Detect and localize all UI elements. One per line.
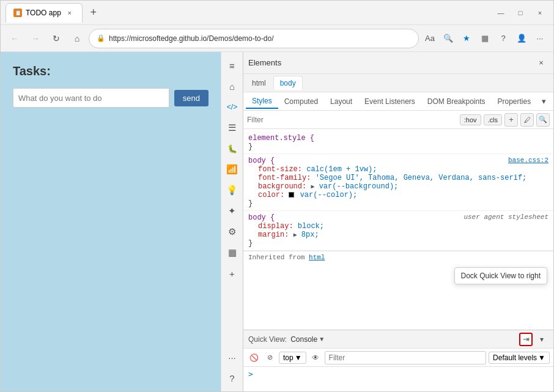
nav-right-buttons: Aa 🔍 ★ ▦ ? 👤 ··· — [421, 30, 548, 47]
inherited-html-link[interactable]: html — [309, 254, 325, 261]
app-title: Tasks: — [13, 64, 209, 78]
css-rule-body-base-close: } — [248, 199, 253, 208]
sidebar-bottom: ··· ? — [224, 349, 241, 386]
panel-tab-computed[interactable]: Computed — [278, 95, 324, 108]
quick-view-name: Console — [290, 335, 317, 344]
sidebar-icon-home[interactable]: ⌂ — [224, 78, 241, 95]
filter-input[interactable] — [247, 116, 457, 124]
tab-favicon: 📋 — [13, 9, 22, 17]
margin-arrow[interactable]: ▶ — [294, 232, 297, 239]
sidebar-icon-more[interactable]: ··· — [224, 349, 241, 366]
console-prompt[interactable]: > — [248, 369, 253, 379]
console-clear-button[interactable]: 🚫 — [247, 351, 260, 364]
inspect-button[interactable]: 🔍 — [536, 113, 550, 127]
quick-view-header: Quick View: Console ▼ ⇥ ▾ — [243, 330, 553, 349]
title-bar: 📋 TODO app × + — □ × — [1, 1, 553, 25]
sidebar-icon-settings[interactable]: ⚙ — [224, 223, 241, 240]
panel-tab-event-listeners[interactable]: Event Listeners — [358, 95, 421, 108]
devtools-title: Elements — [248, 58, 534, 67]
color-swatch[interactable] — [289, 192, 294, 198]
address-bar[interactable]: 🔒 https://microsoftedge.github.io/Demos/… — [89, 29, 419, 48]
close-window-button[interactable]: × — [531, 4, 548, 21]
console-levels-label: Default levels — [493, 353, 537, 362]
lock-icon: 🔒 — [97, 34, 105, 42]
console-eye-button[interactable]: 👁 — [309, 351, 322, 364]
dock-right-button[interactable]: ⇥ — [519, 333, 533, 346]
favorites-button[interactable]: ★ — [458, 30, 475, 47]
top-context-arrow: ▼ — [295, 353, 302, 362]
task-input[interactable] — [13, 88, 169, 108]
profile-button[interactable]: 👤 — [513, 30, 530, 47]
panel-tab-properties[interactable]: Properties — [492, 95, 537, 108]
devtools-header: Elements × — [243, 52, 553, 74]
app-area: Tasks: send — [1, 52, 221, 391]
task-input-row: send — [13, 88, 209, 108]
home-button[interactable]: ⌂ — [68, 29, 86, 48]
back-button[interactable]: ← — [6, 29, 24, 48]
sidebar-icon-star[interactable]: ✦ — [224, 202, 241, 220]
css-rule-element-style: element.style { } — [243, 131, 553, 154]
css-selector-element-style: element.style { — [248, 134, 314, 142]
tab-close-button[interactable]: × — [65, 8, 75, 18]
content-area: Tasks: send ≡ ⌂ </> ☰ 🐛 📶 💡 ✦ ⚙ ▦ + ··· … — [1, 52, 553, 391]
css-rule-body-ua-close: } — [248, 239, 253, 248]
maximize-button[interactable]: □ — [512, 4, 529, 21]
sidebar-icon-help[interactable]: ? — [224, 369, 241, 386]
css-source-base[interactable]: base.css:2 — [508, 157, 548, 165]
forward-button[interactable]: → — [26, 29, 45, 48]
hov-button[interactable]: :hov — [460, 114, 481, 125]
top-context-selector[interactable]: top ▼ — [279, 352, 306, 364]
sidebar-icon-lightbulb[interactable]: 💡 — [224, 182, 241, 199]
more-button[interactable]: ··· — [531, 30, 548, 47]
devtools-panel: Elements × html body Styles Computed Lay… — [243, 52, 553, 391]
css-prop-display: display: block; — [258, 222, 548, 231]
top-context-label: top — [283, 353, 294, 362]
sidebar-icon-list[interactable]: ☰ — [224, 119, 241, 136]
background-arrow[interactable]: ▶ — [311, 183, 314, 190]
cls-button[interactable]: .cls — [484, 114, 503, 125]
quick-view-selector[interactable]: Console ▼ — [290, 335, 325, 344]
sidebar-icon-wireless[interactable]: 📶 — [224, 161, 241, 178]
css-prop-font-size: font-size: calc(1em + 1vw); — [258, 165, 548, 174]
inherited-label: Inherited from html — [243, 251, 553, 264]
read-aloud-button[interactable]: Aa — [421, 30, 438, 47]
sidebar-icon-devtools[interactable]: </> — [224, 98, 241, 116]
css-prop-background: background: ▶ var(--background); — [258, 182, 548, 191]
css-rule-body-base: body { base.css:2 font-size: calc(1em + … — [243, 154, 553, 211]
refresh-button[interactable]: ↻ — [47, 29, 65, 48]
console-filter-input[interactable] — [325, 351, 486, 364]
css-prop-font-family: font-family: 'Segoe UI', Tahoma, Geneva,… — [258, 174, 548, 182]
quick-view-more-button[interactable]: ▾ — [535, 333, 548, 346]
new-style-rule-button[interactable]: 🖊 — [520, 113, 534, 127]
minimize-button[interactable]: — — [492, 4, 509, 21]
panel-tabs: Styles Computed Layout Event Listeners D… — [243, 92, 553, 111]
quick-view-arrow: ▼ — [319, 336, 325, 342]
dock-tooltip: Dock Quick View to right — [454, 267, 548, 284]
css-prop-color: color: var(--color); — [258, 191, 548, 199]
dom-tab-html[interactable]: html — [246, 76, 272, 90]
css-rules: element.style { } body { base.css:2 font… — [243, 129, 553, 330]
dom-tab-body[interactable]: body — [273, 76, 303, 90]
add-style-button[interactable]: + — [504, 113, 518, 127]
collections-button[interactable]: ▦ — [476, 30, 493, 47]
browser-tab[interactable]: 📋 TODO app × — [6, 3, 83, 23]
feedback-button[interactable]: ? — [495, 30, 512, 47]
sidebar-icon-debug[interactable]: 🐛 — [224, 140, 241, 157]
console-filter-btn[interactable]: ⊘ — [263, 351, 276, 364]
new-tab-button[interactable]: + — [85, 4, 102, 21]
sidebar-icon-grid[interactable]: ▦ — [224, 244, 241, 261]
search-button[interactable]: 🔍 — [440, 30, 457, 47]
edge-sidebar: ≡ ⌂ </> ☰ 🐛 📶 💡 ✦ ⚙ ▦ + ··· ? — [221, 52, 243, 391]
sidebar-icon-add[interactable]: + — [224, 265, 241, 282]
tab-label: TODO app — [26, 9, 61, 17]
css-rule-body-useragent: body { user agent stylesheet display: bl… — [243, 211, 553, 251]
console-levels-selector[interactable]: Default levels ▼ — [489, 352, 550, 364]
panel-tab-dom-breakpoints[interactable]: DOM Breakpoints — [421, 95, 492, 108]
console-body[interactable]: > — [243, 367, 553, 391]
devtools-close-button[interactable]: × — [534, 56, 548, 70]
panel-tab-more-button[interactable]: ▾ — [537, 94, 551, 109]
panel-tab-layout[interactable]: Layout — [324, 95, 358, 108]
send-button[interactable]: send — [174, 90, 209, 106]
panel-tab-styles[interactable]: Styles — [246, 94, 278, 109]
sidebar-icon-menu[interactable]: ≡ — [224, 57, 241, 74]
